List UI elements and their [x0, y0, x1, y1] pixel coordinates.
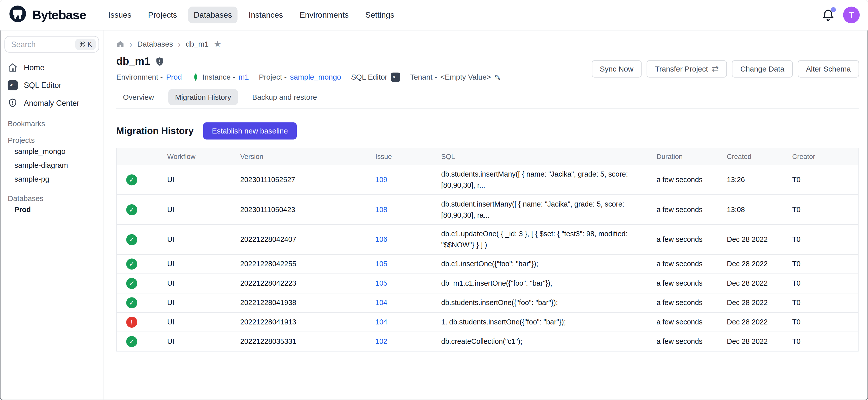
transfer-icon: ⇄: [712, 64, 719, 74]
status-icon: ✓: [126, 204, 137, 215]
breadcrumb-home-icon[interactable]: [116, 40, 125, 48]
avatar[interactable]: T: [843, 6, 860, 23]
created-cell: Dec 28 2022: [720, 255, 785, 273]
status-icon: ✓: [126, 336, 137, 347]
edit-tenant-icon[interactable]: ✎: [494, 73, 501, 82]
nav-item-projects[interactable]: Projects: [143, 6, 183, 23]
page-header: db_m1 Environment - Prod: [116, 55, 868, 82]
database-tabs: Overview Migration History Backup and re…: [116, 89, 868, 105]
status-icon: !: [126, 317, 137, 328]
sidebar-item-sample-diagram[interactable]: sample-diagram: [0, 158, 103, 172]
table-row[interactable]: ! UI 20221228041913 104 1. db.students.i…: [117, 313, 858, 332]
transfer-project-button[interactable]: Transfer Project⇄: [647, 60, 727, 77]
workflow-cell: UI: [160, 332, 234, 351]
main-content: › Databases › db_m1 ★ db_m1: [104, 30, 868, 400]
nav-item-instances[interactable]: Instances: [243, 6, 288, 23]
table-row[interactable]: ✓ UI 20230111050423 108 db.student.inser…: [117, 195, 858, 225]
col-version: Version: [234, 148, 369, 165]
sidebar-section-databases: Databases: [0, 194, 103, 203]
col-sql: SQL: [434, 148, 650, 165]
nav-item-environments[interactable]: Environments: [294, 6, 354, 23]
workflow-cell: UI: [160, 230, 234, 249]
breadcrumb-databases[interactable]: Databases: [137, 40, 173, 48]
version-cell: 20221228042255: [234, 255, 369, 273]
nav-item-databases[interactable]: Databases: [188, 6, 238, 23]
sidebar-item-home[interactable]: Home: [0, 59, 103, 76]
mongodb-leaf-icon: [192, 73, 199, 81]
duration-cell: a few seconds: [650, 170, 720, 189]
migration-section-header: Migration History Establish new baseline: [116, 122, 868, 140]
sidebar: Search ⌘ K Home >_ SQL Editor Anomaly Ce…: [0, 30, 104, 400]
created-cell: Dec 28 2022: [720, 313, 785, 332]
search-input[interactable]: Search ⌘ K: [4, 36, 99, 53]
status-icon: ✓: [126, 278, 137, 289]
migration-table-body: ✓ UI 20230111052527 109 db.students.inse…: [117, 165, 858, 351]
meta-sql-editor[interactable]: SQL Editor >_: [351, 72, 400, 82]
sidebar-item-prod[interactable]: Prod: [0, 203, 103, 216]
sidebar-item-label: Home: [24, 63, 44, 72]
table-row[interactable]: ✓ UI 20221228035331 102 db.createCollect…: [117, 332, 858, 351]
col-creator: Creator: [786, 148, 858, 165]
nav-right-cluster: T: [822, 6, 860, 23]
sidebar-item-anomaly-center[interactable]: Anomaly Center: [0, 95, 103, 111]
creator-cell: T0: [786, 170, 858, 189]
tab-backup-and-restore[interactable]: Backup and restore: [246, 89, 324, 105]
sidebar-item-sample-mongo[interactable]: sample_mongo: [0, 145, 103, 158]
sidebar-section-bookmarks: Bookmarks: [0, 120, 103, 128]
sidebar-section-projects: Projects: [0, 136, 103, 145]
nav-item-settings[interactable]: Settings: [360, 6, 400, 23]
col-status: [117, 148, 161, 165]
created-cell: Dec 28 2022: [720, 274, 785, 293]
sidebar-item-sample-pg[interactable]: sample-pg: [0, 172, 103, 186]
table-row[interactable]: ✓ UI 20230111052527 109 db.students.inse…: [117, 165, 858, 195]
status-icon: ✓: [126, 174, 137, 185]
bytebase-logo[interactable]: Bytebase: [8, 4, 86, 26]
table-row[interactable]: ✓ UI 20221228042407 106 db.c1.updateOne(…: [117, 225, 858, 255]
sql-cell: db.student.insertMany([ { name: "Jacika"…: [434, 195, 650, 224]
issue-link[interactable]: 104: [375, 299, 388, 307]
environment-link[interactable]: Prod: [166, 73, 182, 81]
table-row[interactable]: ✓ UI 20221228042255 105 db.c1.insertOne(…: [117, 255, 858, 274]
created-cell: 13:26: [720, 170, 785, 189]
project-link[interactable]: sample_mongo: [290, 73, 341, 81]
workflow-cell: UI: [160, 313, 234, 332]
table-row[interactable]: ✓ UI 20221228042223 105 db_m1.c1.insertO…: [117, 274, 858, 294]
sync-now-button[interactable]: Sync Now: [591, 60, 642, 77]
issue-link[interactable]: 102: [375, 337, 388, 346]
sidebar-item-sql-editor[interactable]: >_ SQL Editor: [0, 77, 103, 93]
breadcrumb-current: db_m1: [186, 40, 209, 48]
issue-link[interactable]: 106: [375, 235, 388, 243]
bytebase-app-window: Bytebase Issues Projects Databases Insta…: [0, 0, 868, 400]
sql-editor-icon: >_: [391, 72, 400, 82]
version-cell: 20230111050423: [234, 200, 369, 219]
issue-link[interactable]: 105: [375, 279, 388, 287]
col-issue: Issue: [369, 148, 435, 165]
sql-cell: db.students.insertMany([ { name: "Jacika…: [434, 165, 650, 194]
breadcrumb-separator: ›: [178, 39, 181, 49]
col-created: Created: [720, 148, 785, 165]
issue-link[interactable]: 104: [375, 318, 388, 326]
created-cell: Dec 28 2022: [720, 230, 785, 249]
workflow-cell: UI: [160, 274, 234, 293]
alter-schema-button[interactable]: Alter Schema: [798, 60, 859, 77]
nav-item-issues[interactable]: Issues: [103, 6, 137, 23]
table-row[interactable]: ✓ UI 20221228041938 104 db.students.inse…: [117, 294, 858, 313]
issue-link[interactable]: 109: [375, 175, 388, 184]
duration-cell: a few seconds: [650, 200, 720, 219]
issue-link[interactable]: 108: [375, 205, 388, 214]
terminal-icon: >_: [8, 80, 18, 90]
instance-link[interactable]: m1: [239, 73, 249, 81]
notification-bell-icon[interactable]: [822, 8, 835, 22]
tab-migration-history[interactable]: Migration History: [168, 89, 238, 105]
sql-cell: 1. db.students.insertOne({"foo": "bar"})…: [434, 313, 650, 332]
tab-overview[interactable]: Overview: [116, 89, 161, 105]
change-data-button[interactable]: Change Data: [732, 60, 793, 77]
establish-baseline-button[interactable]: Establish new baseline: [203, 122, 297, 140]
issue-link[interactable]: 105: [375, 260, 388, 268]
bookmark-star-icon[interactable]: ★: [214, 39, 222, 50]
created-cell: Dec 28 2022: [720, 332, 785, 351]
migration-table-header: Workflow Version Issue SQL Duration Crea…: [117, 148, 858, 165]
status-icon: ✓: [126, 234, 137, 245]
duration-cell: a few seconds: [650, 313, 720, 332]
sql-cell: db.createCollection("c1");: [434, 332, 650, 351]
